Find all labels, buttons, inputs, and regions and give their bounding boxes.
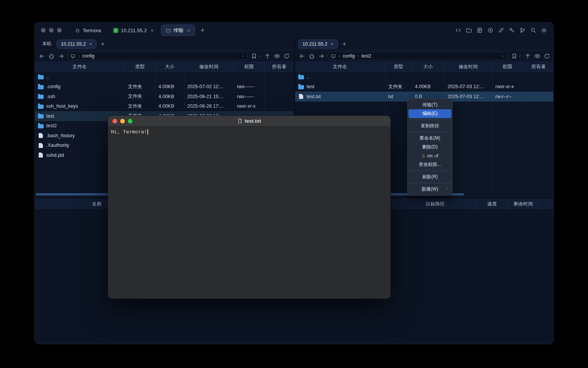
file-owner: [523, 92, 554, 102]
menu-item-label: 更改权限...: [419, 161, 441, 168]
menu-item[interactable]: 新建(W): [408, 185, 451, 194]
file-row[interactable]: test文件夹4.00KB2025-07-03 12:...rwxr-xr-x: [295, 82, 554, 92]
file-row[interactable]: ..: [35, 72, 294, 82]
menu-item[interactable]: 刷新(R): [408, 172, 451, 181]
tab-remote-host[interactable]: 10.211.55.2 ×: [57, 39, 96, 49]
back-button[interactable]: [299, 53, 305, 59]
column-header[interactable]: 所有者: [265, 62, 294, 72]
back-button[interactable]: [39, 53, 45, 59]
show-hidden-button[interactable]: [534, 53, 541, 59]
transfer-column-header[interactable]: 剩余时间: [509, 200, 538, 209]
chevron-down-icon[interactable]: [501, 54, 505, 58]
left-pane-tabs: 本机 10.211.55.2 × +: [35, 38, 294, 50]
tab-host[interactable]: > 10.211.55.2 ×: [108, 25, 158, 36]
column-header[interactable]: 权限: [492, 62, 523, 72]
file-row[interactable]: ..: [295, 72, 554, 82]
path-segment[interactable]: config: [343, 53, 355, 59]
column-header[interactable]: 大小: [412, 62, 444, 72]
file-name: .ssh: [35, 92, 125, 102]
file-perm: [492, 72, 523, 82]
column-header[interactable]: 类型: [385, 62, 412, 72]
zoom-button[interactable]: [57, 28, 62, 33]
column-header[interactable]: 大小: [155, 62, 184, 72]
file-row[interactable]: ssh_host_keys文件夹4.00KB2025-06-26 17:...r…: [35, 102, 294, 112]
column-header[interactable]: 权限: [234, 62, 265, 72]
key-icon[interactable]: [509, 27, 515, 33]
file-perm: rw-r--r--: [492, 92, 523, 102]
close-icon[interactable]: ×: [187, 28, 190, 33]
parent-dir-button[interactable]: [524, 53, 531, 59]
tab-termora[interactable]: Termora: [70, 25, 106, 36]
file-name: ..: [35, 72, 125, 82]
path-bar[interactable]: config: [67, 52, 248, 60]
menu-item[interactable]: 删除(D): [408, 143, 451, 151]
refresh-button[interactable]: [544, 53, 550, 59]
bookmark-button[interactable]: [251, 53, 261, 59]
close-icon[interactable]: ×: [89, 41, 92, 47]
column-header[interactable]: 文件名: [295, 62, 385, 72]
folder-icon[interactable]: [466, 27, 472, 33]
show-hidden-button[interactable]: [274, 53, 280, 59]
menu-item[interactable]: 更改权限...: [408, 160, 451, 169]
transfer-column-header[interactable]: 目标路径: [395, 200, 476, 209]
file-perm: rwx------: [234, 82, 265, 92]
editor-content[interactable]: Hi, Termora!: [108, 127, 390, 137]
menu-item[interactable]: 传输(T): [408, 100, 451, 109]
titlebar-actions: [455, 27, 547, 33]
chevron-down-icon[interactable]: [241, 54, 245, 58]
refresh-button[interactable]: [283, 53, 290, 59]
zoom-button[interactable]: [128, 119, 132, 123]
journal-icon[interactable]: [477, 27, 483, 33]
column-header[interactable]: 所有者: [523, 62, 554, 72]
file-name: ..: [295, 72, 385, 82]
editor-titlebar[interactable]: test.txt: [108, 116, 390, 127]
record-icon[interactable]: [487, 27, 493, 33]
forward-button[interactable]: [58, 53, 64, 59]
close-icon[interactable]: ×: [331, 41, 334, 47]
menu-item[interactable]: ⚠rm -rf: [408, 151, 451, 160]
parent-dir-button[interactable]: [264, 53, 271, 59]
column-header[interactable]: 修改时间: [184, 62, 234, 72]
column-header[interactable]: 文件名: [35, 62, 125, 72]
path-bar[interactable]: configtest2: [328, 52, 508, 60]
editor-text: Hi, Termora!: [111, 129, 147, 135]
new-pane-tab-button[interactable]: +: [343, 41, 346, 47]
menu-item[interactable]: 编辑(E): [408, 109, 451, 118]
code-icon[interactable]: [455, 27, 461, 33]
branch-icon[interactable]: [519, 27, 526, 33]
transfer-column-header[interactable]: [538, 200, 554, 209]
path-segment[interactable]: config: [82, 53, 95, 59]
menu-item-label: 重命名(M): [420, 135, 440, 141]
close-button[interactable]: [41, 28, 46, 33]
tab-label: Termora: [83, 28, 101, 33]
new-tab-button[interactable]: +: [201, 27, 205, 34]
column-header[interactable]: 类型: [125, 62, 155, 72]
chevron-right-icon: [356, 54, 360, 58]
pencil-icon[interactable]: [498, 27, 504, 33]
minimize-button[interactable]: [49, 28, 54, 33]
tab-local-machine[interactable]: 本机: [38, 39, 56, 49]
minimize-button[interactable]: [120, 119, 125, 123]
close-icon[interactable]: ×: [150, 28, 154, 33]
tab-remote-host[interactable]: 10.211.55.2 ×: [298, 39, 338, 49]
file-size: [155, 72, 184, 82]
column-header[interactable]: 修改时间: [444, 62, 492, 72]
menu-item[interactable]: 复制路径: [408, 122, 451, 130]
menu-item[interactable]: 重命名(M): [408, 134, 451, 143]
path-segment[interactable]: test2: [361, 53, 371, 59]
file-row[interactable]: .config文件夹4.00KB2025-07-02 12:...rwx----…: [35, 82, 294, 92]
search-icon[interactable]: [530, 27, 536, 33]
menu-separator: [408, 132, 452, 132]
new-pane-tab-button[interactable]: +: [101, 41, 105, 47]
home-button[interactable]: [309, 53, 315, 59]
close-button[interactable]: [113, 119, 117, 123]
home-button[interactable]: [48, 53, 55, 59]
transfer-column-header[interactable]: 速度: [476, 200, 509, 209]
bookmark-button[interactable]: [511, 53, 521, 59]
file-icon: [39, 153, 43, 158]
file-row[interactable]: .ssh文件夹4.00KB2025-06-21 15:...rwx------: [35, 92, 294, 102]
tab-transfer[interactable]: 传输 ×: [161, 25, 195, 36]
forward-button[interactable]: [318, 53, 325, 59]
file-mtime: [184, 72, 234, 82]
settings-icon[interactable]: [541, 27, 547, 33]
